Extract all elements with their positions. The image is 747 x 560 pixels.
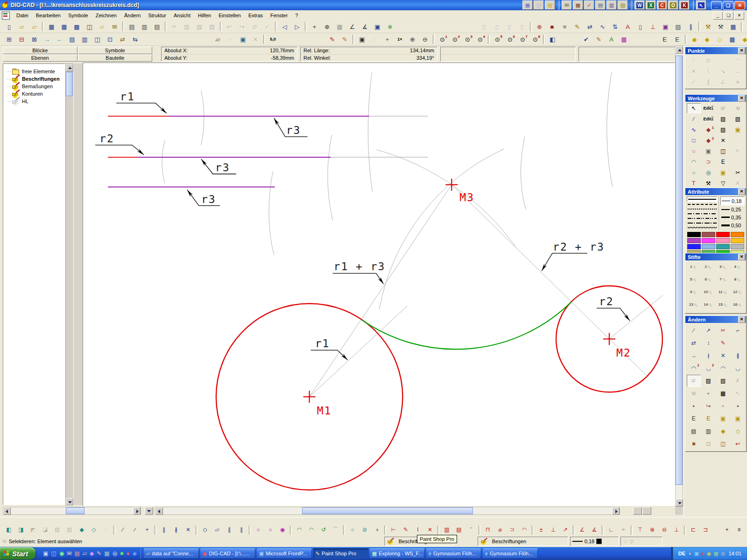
- clip-save-icon[interactable]: ▯: [503, 21, 516, 32]
- dim-vertical-icon[interactable]: I: [412, 524, 424, 535]
- new-icon[interactable]: ▯: [3, 21, 15, 32]
- window-new-icon[interactable]: ◫: [744, 21, 747, 32]
- block-gold-2-icon[interactable]: ◇: [731, 425, 745, 437]
- zoom-view-7-icon[interactable]: ⊙7: [516, 34, 529, 45]
- sel-delete-icon[interactable]: ✕: [249, 34, 262, 45]
- menu-item[interactable]: Fenster: [267, 11, 291, 20]
- window-split-button-2[interactable]: [642, 507, 651, 515]
- clip-new-icon[interactable]: ▯: [478, 21, 491, 32]
- sel-paste-icon[interactable]: ▫: [224, 34, 237, 45]
- point-ratio-icon[interactable]: ∗: [731, 77, 745, 87]
- frame-2-icon[interactable]: ⊐: [699, 524, 712, 535]
- sheet-icon[interactable]: ▣: [371, 21, 384, 32]
- pick-hand-2-icon[interactable]: ☜: [731, 103, 745, 113]
- mdi-close-button[interactable]: ✕: [734, 12, 744, 20]
- paste-icon[interactable]: ▧: [193, 21, 206, 32]
- color-swatch[interactable]: [687, 244, 701, 249]
- clip-open-icon[interactable]: ▯: [491, 21, 503, 32]
- block-explode-icon[interactable]: ◆: [701, 34, 713, 45]
- palette-stifte-title[interactable]: Stifte ✕: [685, 253, 746, 260]
- rotate-copy-icon[interactable]: ↪: [701, 400, 715, 412]
- outlook-mail-icon[interactable]: ✉: [562, 0, 572, 10]
- hatch-line-icon[interactable]: ∥: [223, 524, 235, 535]
- crosshair-icon[interactable]: +: [308, 21, 321, 32]
- view-3d-6-icon[interactable]: ▨: [63, 524, 76, 535]
- parallel-icon[interactable]: ∥: [158, 524, 170, 535]
- block-build-icon[interactable]: ◆: [688, 34, 701, 45]
- spellcheck-icon[interactable]: ✔: [580, 34, 592, 45]
- mdi-minimize-button[interactable]: _: [713, 12, 723, 20]
- pen-button[interactable]: 4✎: [731, 262, 745, 274]
- contacts-icon[interactable]: ▤: [595, 0, 606, 10]
- undo-icon[interactable]: ↩: [223, 21, 236, 32]
- blank-a[interactable]: [731, 337, 745, 349]
- line-2-icon[interactable]: ∕: [129, 524, 141, 535]
- zoom-window-icon[interactable]: ▣: [356, 34, 368, 45]
- ql-gem-icon[interactable]: ◈: [133, 551, 137, 556]
- circle-tool-icon[interactable]: ○: [687, 146, 701, 156]
- select-poly-icon[interactable]: ▧: [731, 114, 745, 124]
- palette-werkzeuge-title[interactable]: Werkzeuge ✕: [685, 95, 746, 102]
- menu-item[interactable]: Datei: [13, 11, 32, 20]
- save-as-icon[interactable]: ▦: [58, 21, 70, 32]
- pen-button[interactable]: 1✎: [687, 262, 701, 274]
- mail-icon[interactable]: ✉: [108, 21, 121, 32]
- arc-3-icon[interactable]: ↺: [317, 524, 330, 535]
- zoom-page-icon[interactable]: ◧: [546, 34, 559, 45]
- ellipse-3-icon[interactable]: ◑: [371, 524, 383, 535]
- open-icon[interactable]: ▱: [15, 21, 28, 32]
- arrange-icon[interactable]: ⊡: [104, 34, 116, 45]
- sel-copy-icon[interactable]: ▱: [211, 34, 224, 45]
- clock[interactable]: 14:01: [728, 551, 741, 556]
- spline-icon[interactable]: ∿: [596, 21, 609, 32]
- office-colors-icon[interactable]: ▦: [522, 0, 533, 10]
- canvas-horizontal-scrollbar[interactable]: [155, 507, 620, 515]
- dim-slope-icon[interactable]: ∟: [605, 524, 617, 535]
- points-1-icon[interactable]: ◆1: [701, 125, 715, 135]
- block-copy-icon[interactable]: ▣: [716, 413, 730, 425]
- redline-2-icon[interactable]: ✎: [338, 34, 351, 45]
- element-copy-icon[interactable]: E: [658, 34, 671, 45]
- ellipse-icon[interactable]: ○: [346, 524, 359, 535]
- polygon-icon[interactable]: ▱: [211, 524, 223, 535]
- dim-ref-icon[interactable]: ⊥: [547, 524, 559, 535]
- office-blocks-icon[interactable]: ▩: [545, 0, 555, 10]
- line-style-dashdotdot[interactable]: [687, 216, 718, 221]
- break-icon[interactable]: ∦: [731, 350, 745, 362]
- close-icon[interactable]: ✕: [738, 95, 745, 102]
- fillet-4-icon[interactable]: ◡: [731, 362, 745, 374]
- tools-icon[interactable]: ⚒: [714, 21, 727, 32]
- viewport-icon[interactable]: ▣: [701, 146, 715, 156]
- zoom-out-icon[interactable]: ⊖: [419, 34, 431, 45]
- line-style-wave[interactable]: [687, 225, 718, 230]
- tree-horizontal-scrollbar[interactable]: [3, 507, 141, 515]
- task-data-auf-conne[interactable]: ▱ data auf "Conne...: [144, 548, 199, 559]
- view-3d-3-icon[interactable]: ◩: [27, 524, 39, 535]
- window-split-button-1[interactable]: [633, 507, 642, 515]
- level-icon[interactable]: ≡: [558, 21, 571, 32]
- block-save-icon[interactable]: ◆: [739, 34, 747, 45]
- swap-down-icon[interactable]: ⇆: [129, 34, 141, 45]
- ql-cd-icon[interactable]: ◎: [113, 551, 117, 556]
- pointer-gray-icon[interactable]: ↖: [731, 387, 745, 399]
- ql-media-icon[interactable]: ◉: [59, 551, 64, 556]
- mirror-copy-icon[interactable]: ▪: [731, 400, 745, 412]
- point-dir-icon[interactable]: →: [731, 66, 745, 77]
- color-swatch[interactable]: [687, 232, 701, 237]
- canvas-vertical-scrollbar[interactable]: [675, 46, 683, 507]
- clip-delete-icon[interactable]: ▯: [516, 21, 529, 32]
- win-cascade-icon[interactable]: ⊞: [3, 34, 15, 45]
- cube-icon[interactable]: ◆: [76, 524, 88, 535]
- snap-angle-icon[interactable]: ∠: [346, 21, 359, 32]
- menu-item[interactable]: Bearbeiten: [32, 11, 64, 20]
- delete-selection-icon[interactable]: ✕: [716, 135, 730, 146]
- solid-3-icon[interactable]: ◫: [716, 438, 730, 450]
- excel-icon[interactable]: X: [646, 0, 656, 10]
- journal-icon[interactable]: ▥: [606, 0, 617, 10]
- move-icon[interactable]: ⇄: [584, 21, 596, 32]
- block-insert-icon[interactable]: ■: [546, 21, 558, 32]
- tree-item-konturen[interactable]: Konturen: [3, 90, 65, 98]
- dim-angle-ref-icon[interactable]: ↗: [559, 524, 571, 535]
- trim-to-icon[interactable]: →: [687, 350, 701, 362]
- zoom-view-6-icon[interactable]: ⊙6: [504, 34, 516, 45]
